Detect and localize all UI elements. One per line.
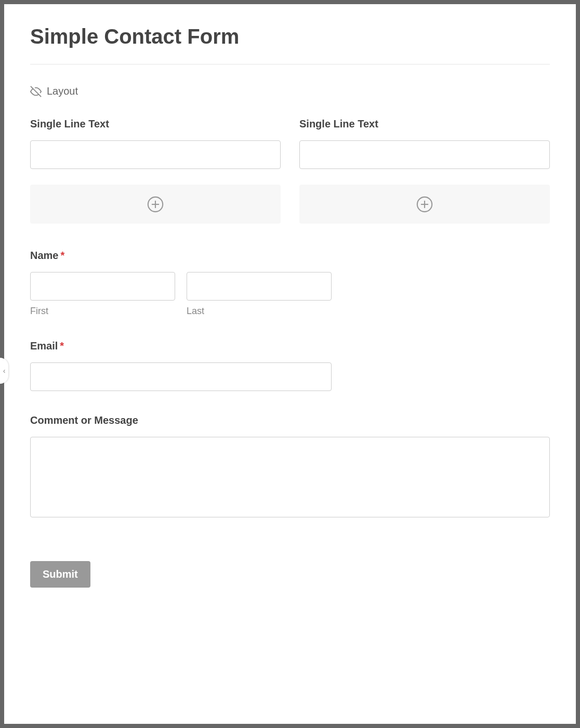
expand-tab[interactable]: ‹ [0, 358, 8, 384]
name-row: First Last [30, 272, 332, 317]
required-indicator: * [60, 340, 64, 352]
message-textarea[interactable] [30, 437, 550, 517]
first-name-input[interactable] [30, 272, 175, 301]
plus-circle-icon [147, 196, 164, 213]
message-section: Comment or Message [30, 414, 550, 519]
layout-column-2: Single Line Text [299, 118, 550, 224]
page-title: Simple Contact Form [30, 25, 550, 48]
field-label-col1: Single Line Text [30, 118, 281, 130]
first-name-sublabel: First [30, 306, 175, 317]
divider [30, 64, 550, 64]
layout-label: Layout [47, 85, 78, 97]
plus-circle-icon [416, 196, 433, 213]
name-label: Name* [30, 250, 550, 262]
message-label: Comment or Message [30, 414, 550, 426]
field-label-col2: Single Line Text [299, 118, 550, 130]
single-line-text-input-2[interactable] [299, 140, 550, 169]
last-name-sublabel: Last [187, 306, 332, 317]
name-first-field: First [30, 272, 175, 317]
name-last-field: Last [187, 272, 332, 317]
required-indicator: * [60, 250, 64, 261]
layout-columns-row: Single Line Text Single Line Text [30, 118, 550, 224]
add-field-area-2[interactable] [299, 185, 550, 224]
submit-button[interactable]: Submit [30, 561, 90, 588]
last-name-input[interactable] [187, 272, 332, 301]
layout-header: Layout [30, 85, 550, 97]
name-section: Name* First Last [30, 250, 550, 317]
add-field-area-1[interactable] [30, 185, 281, 224]
email-section: Email* [30, 340, 550, 391]
email-input[interactable] [30, 362, 332, 391]
email-label: Email* [30, 340, 550, 352]
layout-column-1: Single Line Text [30, 118, 281, 224]
page-container: ‹ Simple Contact Form Layout Single Line… [4, 4, 576, 724]
single-line-text-input-1[interactable] [30, 140, 281, 169]
hidden-icon [30, 86, 42, 97]
